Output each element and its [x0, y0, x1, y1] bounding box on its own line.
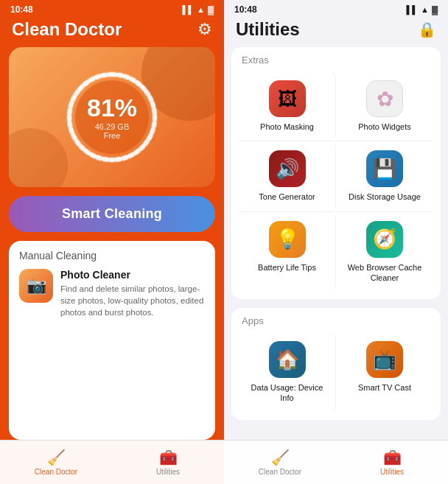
utilities-title: Utilities	[236, 19, 300, 40]
right-status-bar: 10:48 ▌▌ ▲ ▓	[224, 0, 448, 16]
smart-cleaning-button[interactable]: Smart Cleaning	[9, 196, 215, 232]
storage-text: 81% 46.29 GB Free	[86, 95, 138, 140]
photo-masking-item[interactable]: 🖼 Photo Masking	[239, 71, 336, 141]
tab-utilities-left[interactable]: 🧰 Utilities	[112, 441, 224, 484]
photo-widgets-item[interactable]: ✿ Photo Widgets	[336, 71, 433, 141]
battery-tips-label: Battery Life Tips	[258, 262, 316, 273]
web-browser-icon: 🧭	[366, 221, 403, 258]
tone-generator-icon: 🔊	[269, 150, 306, 187]
utilities-tab-label-right: Utilities	[380, 468, 404, 476]
disk-storage-label: Disk Storage Usage	[349, 192, 421, 202]
right-status-icons: ▌▌ ▲ ▓	[406, 5, 438, 14]
photo-cleaner-icon: 📷	[19, 269, 53, 303]
photo-cleaner-item[interactable]: 📷 Photo Cleaner Find and delete similar …	[19, 269, 205, 318]
settings-icon[interactable]: ⚙	[197, 20, 212, 39]
photo-masking-label: Photo Masking	[260, 122, 314, 132]
manual-cleaning-title: Manual Cleaning	[19, 250, 205, 262]
clean-doctor-tab-label: Clean Doctor	[35, 468, 77, 476]
extras-label: Extras	[239, 55, 433, 66]
tone-generator-label: Tone Generator	[259, 192, 315, 202]
left-header: Clean Doctor ⚙	[0, 16, 224, 47]
storage-card: 81% 46.29 GB Free	[9, 47, 215, 187]
storage-circle: 81% 46.29 GB Free	[60, 66, 164, 169]
data-usage-label: Data Usage: Device Info	[245, 382, 329, 404]
clean-doctor-tab-icon: 🧹	[47, 449, 66, 466]
extras-row-2: 🔊 Tone Generator 💾 Disk Storage Usage	[239, 141, 433, 211]
tone-generator-item[interactable]: 🔊 Tone Generator	[239, 141, 336, 211]
storage-percent: 81%	[86, 95, 138, 120]
disk-storage-item[interactable]: 💾 Disk Storage Usage	[336, 141, 433, 211]
utilities-tab-label-left: Utilities	[156, 468, 180, 476]
photo-widgets-icon: ✿	[366, 80, 403, 117]
battery-tips-item[interactable]: 💡 Battery Life Tips	[239, 212, 336, 292]
left-panel: 10:48 ▌▌ ▲ ▓ Clean Doctor ⚙ 81% 46.29 GB…	[0, 0, 224, 484]
left-status-icons: ▌▌ ▲ ▓	[182, 5, 214, 14]
extras-section: Extras 🖼 Photo Masking ✿ Photo Widgets 🔊…	[231, 47, 441, 299]
disk-storage-icon: 💾	[366, 150, 403, 187]
manual-cleaning-section: Manual Cleaning 📷 Photo Cleaner Find and…	[9, 241, 215, 440]
tab-clean-doctor-left[interactable]: 🧹 Clean Doctor	[0, 441, 112, 484]
data-usage-icon: 🏠	[269, 341, 306, 378]
smart-tv-label: Smart TV Cast	[358, 382, 411, 393]
data-usage-item[interactable]: 🏠 Data Usage: Device Info	[239, 332, 336, 413]
apps-label: Apps	[239, 315, 433, 326]
battery-tips-icon: 💡	[269, 221, 306, 258]
apps-row-1: 🏠 Data Usage: Device Info 📺 Smart TV Cas…	[239, 332, 433, 413]
web-browser-item[interactable]: 🧭 Web Browser Cache Cleaner	[336, 212, 433, 292]
web-browser-label: Web Browser Cache Cleaner	[342, 262, 427, 284]
utilities-tab-icon-left: 🧰	[159, 449, 178, 466]
photo-cleaner-text: Photo Cleaner Find and delete similar ph…	[60, 269, 205, 318]
smart-tv-icon: 📺	[366, 341, 403, 378]
utilities-scroll[interactable]: Extras 🖼 Photo Masking ✿ Photo Widgets 🔊…	[224, 47, 448, 440]
right-header: Utilities 🔒	[224, 16, 448, 47]
photo-masking-icon: 🖼	[269, 80, 306, 117]
photo-cleaner-desc: Find and delete similar photos, large-si…	[60, 283, 205, 318]
left-time: 10:48	[10, 4, 33, 15]
smart-tv-item[interactable]: 📺 Smart TV Cast	[336, 332, 433, 413]
extras-row-3: 💡 Battery Life Tips 🧭 Web Browser Cache …	[239, 211, 433, 292]
photo-cleaner-name: Photo Cleaner	[60, 269, 205, 281]
right-tab-bar: 🧹 Clean Doctor 🧰 Utilities	[224, 440, 448, 484]
clean-doctor-tab-label-right: Clean Doctor	[259, 468, 301, 476]
apps-section: Apps 🏠 Data Usage: Device Info 📺 Smart T…	[231, 308, 441, 420]
right-time: 10:48	[234, 4, 257, 15]
app-title: Clean Doctor	[12, 19, 122, 40]
tab-clean-doctor-right[interactable]: 🧹 Clean Doctor	[224, 441, 336, 484]
extras-row-1: 🖼 Photo Masking ✿ Photo Widgets	[239, 71, 433, 141]
right-panel: 10:48 ▌▌ ▲ ▓ Utilities 🔒 Extras 🖼 Photo …	[224, 0, 448, 484]
photo-widgets-label: Photo Widgets	[358, 122, 411, 132]
clean-doctor-tab-icon-right: 🧹	[271, 449, 290, 466]
lock-icon[interactable]: 🔒	[418, 21, 436, 38]
utilities-tab-icon-right: 🧰	[383, 449, 402, 466]
left-status-bar: 10:48 ▌▌ ▲ ▓	[0, 0, 224, 16]
storage-free: 46.29 GB Free	[86, 122, 138, 140]
left-tab-bar: 🧹 Clean Doctor 🧰 Utilities	[0, 440, 224, 484]
tab-utilities-right[interactable]: 🧰 Utilities	[336, 441, 448, 484]
